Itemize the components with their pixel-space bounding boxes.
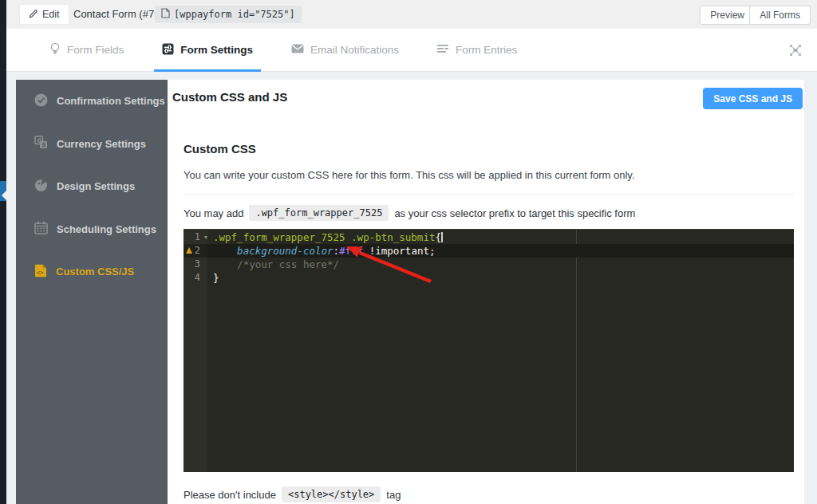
style-tag-chip: <style></style> (282, 486, 381, 502)
sidebar-item-label: Scheduling Settings (57, 223, 156, 235)
list-icon (437, 44, 449, 56)
tab-bar: Form Fields Form Settings Email Notifica… (6, 29, 817, 72)
sidebar-item-label: Currency Settings (57, 138, 146, 150)
sliders-icon (162, 43, 174, 57)
tab-label: Form Settings (180, 44, 253, 56)
preview-button[interactable]: Preview (700, 6, 755, 25)
lightbulb-icon (49, 42, 61, 57)
tab-form-entries[interactable]: Form Entries (429, 29, 525, 71)
code-line: 3 /*your css here*/ (184, 258, 794, 271)
style-tag-hint: Please don't include <style></style> tag (184, 486, 794, 502)
warning-icon (186, 247, 192, 254)
tab-label: Email Notifications (310, 44, 399, 56)
hint-text-after: as your css selector prefix to target th… (394, 207, 635, 219)
code-line: 2 background-color:#fff !important; (184, 244, 794, 258)
sidebar-item-currency-settings[interactable]: G$ Currency Settings (16, 123, 168, 166)
fold-arrow-icon[interactable]: ▾ (204, 230, 207, 244)
envelope-icon (291, 44, 304, 56)
selector-prefix-chip: .wpf_form_wrapper_7525 (249, 205, 389, 221)
calendar-icon (34, 221, 48, 237)
pencil-icon (29, 9, 38, 21)
section-title: Custom CSS (184, 142, 794, 156)
sidebar-item-custom-css-js[interactable]: <> Custom CSS/JS (16, 250, 168, 293)
code-editor-lines: 1▾.wpf_form_wrapper_7525 .wp-btn_submit{… (184, 230, 794, 285)
save-css-js-button[interactable]: Save CSS and JS (703, 88, 803, 109)
check-circle-icon (34, 93, 48, 109)
hint-text-after: tag (386, 489, 401, 501)
code-line: 4} (184, 271, 794, 285)
code-line: 1▾.wpf_form_wrapper_7525 .wp-btn_submit{ (184, 230, 794, 244)
top-bar: Edit Contact Form (#7525) [wppayform id=… (6, 0, 817, 29)
main-panel: Custom CSS and JS Save CSS and JS Custom… (168, 80, 804, 504)
sidebar-item-label: Design Settings (57, 180, 135, 192)
sidebar-item-label: Custom CSS/JS (56, 266, 134, 278)
section-description: You can write your custom CSS here for t… (184, 169, 794, 181)
custom-css-section: Custom CSS You can write your custom CSS… (184, 142, 794, 502)
tab-form-settings[interactable]: Form Settings (154, 29, 261, 71)
shortcode-text: [wppayform id="7525"] (174, 9, 295, 20)
sidebar-item-design-settings[interactable]: Design Settings (16, 165, 168, 208)
tab-email-notifications[interactable]: Email Notifications (283, 29, 407, 71)
svg-text:<>: <> (37, 269, 43, 275)
tab-form-fields[interactable]: Form Fields (41, 29, 132, 71)
file-code-icon: <> (34, 264, 47, 280)
document-icon (161, 8, 170, 21)
wp-admin-active-notch (2, 191, 6, 200)
edit-title-button[interactable]: Edit (19, 4, 69, 25)
css-code-editor[interactable]: 1▾.wpf_form_wrapper_7525 .wp-btn_submit{… (184, 229, 794, 472)
currency-icon: G$ (34, 136, 48, 152)
settings-sidebar: Confirmation Settings G$ Currency Settin… (16, 80, 168, 504)
text-cursor (441, 232, 443, 242)
edit-button-label: Edit (42, 9, 60, 20)
palette-icon (34, 179, 48, 195)
sidebar-item-scheduling-settings[interactable]: Scheduling Settings (16, 208, 168, 251)
tab-label: Form Entries (456, 44, 517, 56)
svg-text:$: $ (41, 142, 45, 149)
hint-text-before: You may add (184, 207, 243, 219)
sidebar-item-confirmation-settings[interactable]: Confirmation Settings (16, 80, 168, 123)
selector-prefix-hint: You may add .wpf_form_wrapper_7525 as yo… (184, 205, 794, 221)
tab-label: Form Fields (67, 44, 124, 56)
section-divider (184, 194, 794, 195)
all-forms-button[interactable]: All Forms (749, 6, 811, 25)
shortcode-chip: [wppayform id="7525"] (155, 6, 302, 23)
sidebar-item-label: Confirmation Settings (57, 95, 165, 107)
wp-admin-strip[interactable] (0, 0, 6, 504)
hint-text-before: Please don't include (184, 489, 276, 501)
fullscreen-expand-icon[interactable] (788, 43, 803, 57)
page-title: Custom CSS and JS (172, 90, 287, 104)
